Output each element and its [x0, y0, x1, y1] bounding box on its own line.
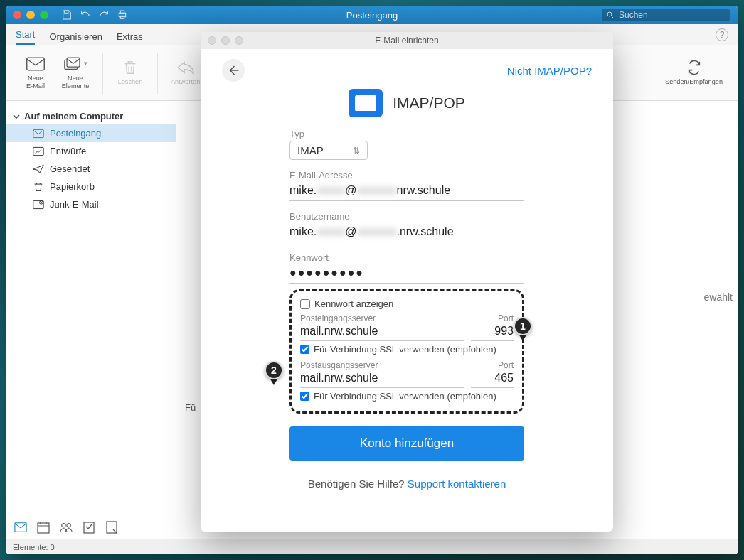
trash-icon — [33, 182, 44, 192]
close-window-button[interactable] — [13, 11, 21, 19]
delete-button[interactable]: Löschen — [110, 57, 150, 88]
svg-rect-6 — [27, 58, 45, 71]
username-input[interactable]: mike.xxxxx@xxxxxxx.nrw.schule — [289, 223, 524, 242]
outgoing-ssl-checkbox[interactable]: Für Verbindung SSL verwenden (empfohlen) — [300, 391, 514, 402]
nav-mail-icon[interactable] — [14, 521, 27, 534]
nav-calendar-icon[interactable] — [37, 521, 50, 534]
sent-icon — [33, 164, 44, 174]
print-icon[interactable] — [117, 9, 128, 21]
folder-header-label: Auf meinem Computer — [24, 111, 123, 122]
tab-organisieren[interactable]: Organisieren — [49, 31, 102, 45]
outgoing-server-input[interactable] — [300, 370, 464, 388]
svg-point-4 — [607, 12, 612, 16]
help-text: Benötigen Sie Hilfe? — [308, 478, 408, 490]
incoming-port-label: Port — [471, 313, 514, 323]
new-items-button[interactable]: ▾ Neue Elemente — [55, 53, 95, 92]
svg-rect-13 — [15, 522, 26, 532]
folder-label: Gesendet — [50, 163, 90, 174]
dialog-heading-text: IMAP/POP — [393, 95, 465, 112]
save-icon[interactable] — [61, 9, 73, 21]
chevron-updown-icon: ⇅ — [353, 146, 360, 156]
highlighted-server-settings: 1 2 Kennwort anzeigen Posteingangsserver… — [289, 289, 524, 414]
window-controls — [6, 11, 48, 19]
svg-rect-10 — [33, 147, 43, 155]
show-password-label: Kennwort anzeigen — [314, 298, 393, 309]
show-password-checkbox[interactable]: Kennwort anzeigen — [300, 298, 514, 309]
password-input[interactable]: ●●●●●●●●● — [289, 264, 524, 284]
new-email-button[interactable]: Neue E-Mail — [16, 53, 55, 92]
window-title: Posteingang — [346, 10, 398, 21]
trash-icon — [120, 60, 140, 75]
incoming-port-input[interactable] — [471, 323, 514, 341]
dialog-titlebar: E-Mail einrichten — [201, 32, 613, 49]
password-label: Kennwort — [289, 252, 524, 263]
redacted-text: xxxxx — [317, 225, 345, 238]
support-contact-link[interactable]: Support kontaktieren — [408, 478, 506, 490]
envelope-icon — [26, 56, 46, 72]
folder-junk[interactable]: Junk-E-Mail — [6, 195, 176, 213]
sidebar-nav-footer — [6, 515, 176, 539]
folder-label: Junk-E-Mail — [50, 199, 99, 210]
delete-label: Löschen — [118, 78, 143, 85]
not-imap-pop-link[interactable]: Nicht IMAP/POP? — [507, 65, 592, 77]
incoming-server-input[interactable] — [300, 323, 464, 341]
dialog-heading: IMAP/POP — [222, 89, 592, 117]
add-account-button[interactable]: Konto hinzufügen — [289, 426, 524, 461]
quick-access-toolbar — [61, 9, 128, 21]
folder-tree-header[interactable]: Auf meinem Computer — [6, 108, 176, 124]
folder-sent[interactable]: Gesendet — [6, 160, 176, 178]
pane-text-fragment: Fü — [185, 402, 196, 413]
incoming-ssl-checkbox[interactable]: Für Verbindung SSL verwenden (empfohlen) — [300, 344, 514, 355]
reply-label: Antworten — [171, 78, 200, 85]
envelope-stack-icon — [64, 56, 83, 72]
show-password-checkbox-input[interactable] — [300, 299, 310, 309]
email-input[interactable]: mike.xxxxx@xxxxxxxnrw.schule — [289, 182, 524, 201]
nav-notes-icon[interactable] — [105, 521, 118, 534]
redacted-text: xxxxxxx — [356, 184, 396, 197]
dialog-close-button — [208, 36, 216, 45]
send-receive-button[interactable]: Senden/Empfangen — [659, 57, 728, 88]
undo-icon[interactable] — [80, 9, 91, 21]
junk-icon — [33, 200, 44, 210]
redacted-text: xxxxx — [317, 184, 345, 197]
outgoing-port-input[interactable] — [471, 370, 514, 388]
svg-rect-8 — [67, 58, 80, 67]
sync-icon — [684, 60, 704, 75]
new-email-label: Neue E-Mail — [26, 75, 45, 89]
account-form: Typ IMAP ⇅ E-Mail-Adresse mike.xxxxx@xxx… — [289, 129, 524, 414]
redacted-text: xxxxxxx — [356, 225, 396, 238]
redo-icon[interactable] — [98, 9, 110, 21]
dialog-window-controls — [201, 36, 243, 45]
no-selection-text-fragment: ewählt — [704, 291, 733, 303]
svg-rect-1 — [119, 13, 125, 16]
folder-label: Papierkorb — [50, 181, 95, 192]
chevron-down-icon — [13, 113, 20, 120]
incoming-server-label: Posteingangsserver — [300, 313, 464, 323]
back-button[interactable] — [222, 59, 245, 82]
nav-tasks-icon[interactable] — [83, 521, 95, 534]
account-type-value: IMAP — [297, 144, 324, 156]
folder-drafts[interactable]: Entwürfe — [6, 142, 176, 160]
minimize-window-button[interactable] — [26, 11, 35, 19]
zoom-window-button[interactable] — [40, 11, 48, 19]
help-button[interactable]: ? — [716, 28, 728, 41]
step-pin-2: 2 — [265, 361, 286, 388]
inbox-icon — [33, 129, 44, 139]
svg-rect-9 — [33, 129, 43, 137]
incoming-ssl-checkbox-input[interactable] — [300, 345, 309, 354]
svg-rect-3 — [120, 16, 124, 18]
folder-inbox[interactable]: Posteingang — [6, 124, 176, 142]
account-type-select[interactable]: IMAP ⇅ — [289, 141, 368, 160]
tab-extras[interactable]: Extras — [117, 31, 143, 45]
search-field[interactable]: Suchen — [602, 9, 730, 21]
reply-button[interactable]: Antworten — [165, 57, 206, 88]
nav-people-icon[interactable] — [60, 521, 73, 534]
outgoing-ssl-checkbox-input[interactable] — [300, 392, 309, 401]
chevron-down-icon: ▾ — [84, 60, 87, 67]
dialog-title: E-Mail einrichten — [375, 36, 438, 45]
mail-app-icon — [349, 89, 383, 117]
folder-trash[interactable]: Papierkorb — [6, 178, 176, 195]
svg-point-15 — [62, 523, 65, 527]
tab-start[interactable]: Start — [16, 29, 35, 45]
new-items-label: Neue Elemente — [62, 75, 90, 89]
